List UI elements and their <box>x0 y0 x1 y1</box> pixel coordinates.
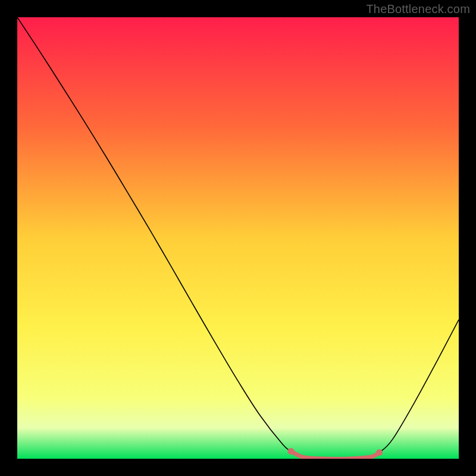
optimal-zone-dot <box>288 448 295 455</box>
plot-svg <box>17 17 459 459</box>
chart-frame: TheBottleneck.com <box>0 0 476 476</box>
gradient-background <box>17 17 459 459</box>
optimal-zone-dot <box>376 449 383 456</box>
plot-area <box>17 17 459 459</box>
watermark-text: TheBottleneck.com <box>366 2 470 16</box>
